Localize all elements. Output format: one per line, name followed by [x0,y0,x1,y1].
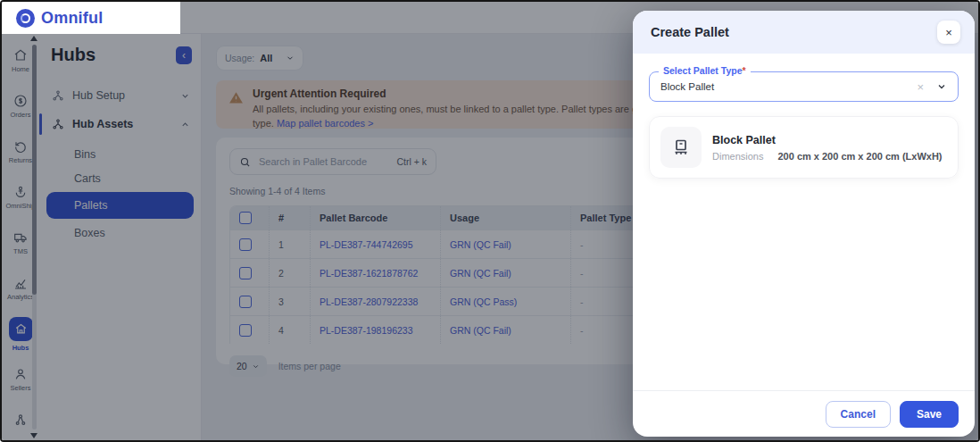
modal-title: Create Pallet [651,25,729,39]
clear-selection-icon[interactable]: × [917,80,924,94]
select-label: Select Pallet Type* [659,65,751,76]
modal-footer: Cancel Save [633,390,975,437]
app-window: Omniful Home Orders [0,0,980,442]
option-name: Block Pallet [712,134,943,146]
cancel-button[interactable]: Cancel [826,401,891,428]
close-button[interactable]: × [937,21,960,44]
required-asterisk: * [743,65,746,76]
create-pallet-modal: Create Pallet × Select Pallet Type* Bloc… [633,11,975,437]
brand-block: Omniful [2,2,180,34]
close-icon: × [945,26,952,39]
dimensions-value: 200 cm x 200 cm x 200 cm (LxWxH) [777,151,942,162]
pallet-icon [660,127,702,168]
save-button[interactable]: Save [900,401,959,428]
omniful-logo-icon [16,9,35,28]
brand-name: Omniful [41,9,103,28]
chevron-down-icon[interactable] [936,81,947,92]
pallet-type-select[interactable]: Select Pallet Type* Block Pallet × [649,71,959,102]
dimensions-label: Dimensions [712,151,763,162]
pallet-type-option-block-pallet[interactable]: Block Pallet Dimensions 200 cm x 200 cm … [649,116,959,179]
modal-header: Create Pallet × [633,11,975,54]
select-value: Block Pallet [660,81,714,92]
